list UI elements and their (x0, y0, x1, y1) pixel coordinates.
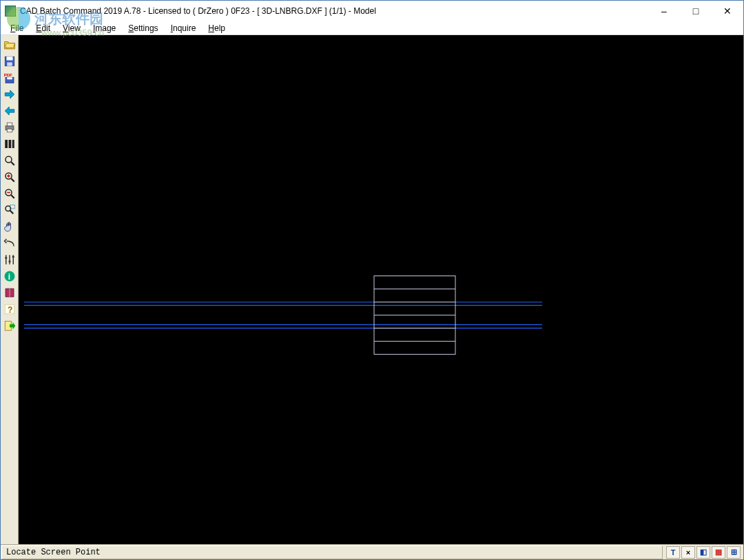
cad-drawing (19, 35, 743, 544)
maximize-button[interactable]: □ (680, 1, 712, 21)
menu-item-inquire[interactable]: Inquire (165, 23, 202, 34)
columns-icon[interactable] (1, 136, 18, 152)
tray-text-icon[interactable]: T (666, 546, 680, 559)
pdf-save-icon[interactable] (1, 70, 18, 86)
exit-icon[interactable] (1, 318, 18, 334)
menu-item-file[interactable]: File (5, 23, 29, 34)
manual-icon[interactable] (1, 284, 18, 301)
menu-item-view[interactable]: View (57, 23, 86, 34)
titlebar: CAD Batch Command 2019 A.78 - Licensed t… (1, 1, 743, 21)
menu-item-edit[interactable]: Edit (30, 23, 56, 34)
next-icon[interactable] (1, 86, 18, 103)
tray-palette-icon[interactable]: ▦ (712, 546, 725, 559)
status-message: Locate Screen Point (1, 546, 663, 559)
sliders-icon[interactable] (1, 251, 18, 268)
zoom-window-icon[interactable] (1, 202, 18, 218)
window-controls: – □ ✕ (648, 1, 743, 21)
menubar: FileEditViewImageSettingsInquireHelp (1, 21, 743, 35)
menu-item-help[interactable]: Help (203, 23, 231, 34)
tray-close-icon[interactable]: × (681, 546, 695, 559)
save-icon[interactable] (1, 53, 18, 70)
body-area (1, 35, 743, 544)
window-title: CAD Batch Command 2019 A.78 - Licensed t… (20, 6, 648, 16)
open-icon[interactable] (1, 37, 18, 53)
tray-window1-icon[interactable]: ◧ (696, 546, 710, 559)
status-tray: T×◧▦⊞ (663, 546, 743, 559)
line-icon[interactable] (1, 235, 18, 251)
help-icon[interactable] (1, 301, 18, 318)
minimize-button[interactable]: – (648, 1, 680, 21)
menu-item-settings[interactable]: Settings (123, 23, 163, 34)
left-toolbar (1, 35, 19, 544)
statusbar: Locate Screen Point T×◧▦⊞ (1, 544, 743, 559)
zoom-in-icon[interactable] (1, 169, 18, 185)
pan-icon[interactable] (1, 218, 18, 235)
app-window: CAD Batch Command 2019 A.78 - Licensed t… (0, 0, 744, 560)
print-icon[interactable] (1, 119, 18, 136)
close-button[interactable]: ✕ (712, 1, 743, 21)
zoom-icon[interactable] (1, 152, 18, 169)
tray-window2-icon[interactable]: ⊞ (727, 546, 741, 559)
prev-icon[interactable] (1, 103, 18, 119)
cad-viewport[interactable] (19, 35, 743, 544)
zoom-out-icon[interactable] (1, 185, 18, 202)
menu-item-image[interactable]: Image (87, 23, 121, 34)
info-icon[interactable] (1, 268, 18, 284)
app-icon (5, 6, 16, 17)
